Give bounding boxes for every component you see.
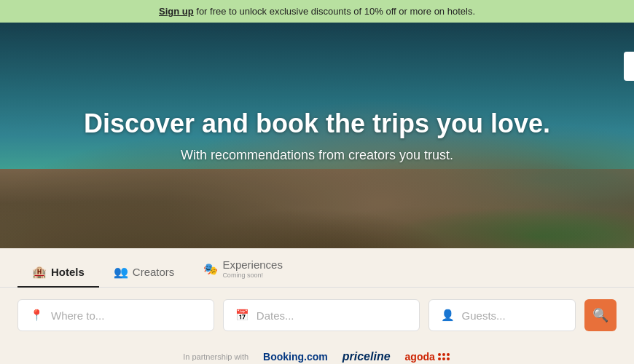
tab-creators-label: Creators [133,266,175,278]
tab-experiences[interactable]: 🎭 Experiences Coming soon! [189,248,297,288]
search-tabs: 🏨 Hotels 👥 Creators 🎭 Experiences Coming… [0,248,634,288]
search-button[interactable]: 🔍 [584,299,617,331]
dates-placeholder: Dates... [257,309,294,322]
search-icon: 🔍 [592,307,608,323]
signup-corner-indicator [624,52,634,81]
person-icon: 👤 [441,309,455,322]
hotels-icon: 🏨 [32,265,47,279]
agoda-dots [437,353,451,360]
location-icon: 📍 [30,309,44,322]
experiences-icon: 🎭 [203,262,218,276]
hero-section: Discover and book the trips you love. Wi… [0,23,634,248]
dates-field[interactable]: 📅 Dates... [223,299,420,331]
booking-logo: Booking.com [263,351,328,363]
in-partnership-label: In partnership with [183,352,248,361]
promotional-banner: Sign up for free to unlock exclusive dis… [0,0,634,23]
tab-hotels[interactable]: 🏨 Hotels [17,255,99,288]
experiences-tab-content: Experiences Coming soon! [222,258,283,279]
tab-hotels-label: Hotels [51,266,85,278]
where-placeholder: Where to... [51,309,104,322]
banner-text: for free to unlock exclusive discounts o… [194,6,475,17]
agoda-text: agoda [405,351,435,363]
signup-link[interactable]: Sign up [159,6,194,17]
priceline-logo: priceline [343,350,391,363]
partners-row: In partnership with Booking.com pricelin… [0,343,634,364]
search-inputs-row: 📍 Where to... 📅 Dates... 👤 Guests... 🔍 [0,288,634,343]
coming-soon-label: Coming soon! [222,272,263,279]
where-field[interactable]: 📍 Where to... [17,299,214,331]
guests-placeholder: Guests... [462,309,506,322]
agoda-logo: agoda [405,351,451,363]
hero-content: Discover and book the trips you love. Wi… [0,23,634,248]
calendar-icon: 📅 [235,309,249,322]
creators-icon: 👥 [114,265,128,279]
search-panel: 🏨 Hotels 👥 Creators 🎭 Experiences Coming… [0,248,634,364]
hero-subtitle: With recommendations from creators you t… [181,148,453,163]
hero-title: Discover and book the trips you love. [84,108,550,139]
guests-field[interactable]: 👤 Guests... [428,299,576,331]
tab-experiences-label: Experiences [222,258,283,271]
tab-creators[interactable]: 👥 Creators [99,255,189,288]
